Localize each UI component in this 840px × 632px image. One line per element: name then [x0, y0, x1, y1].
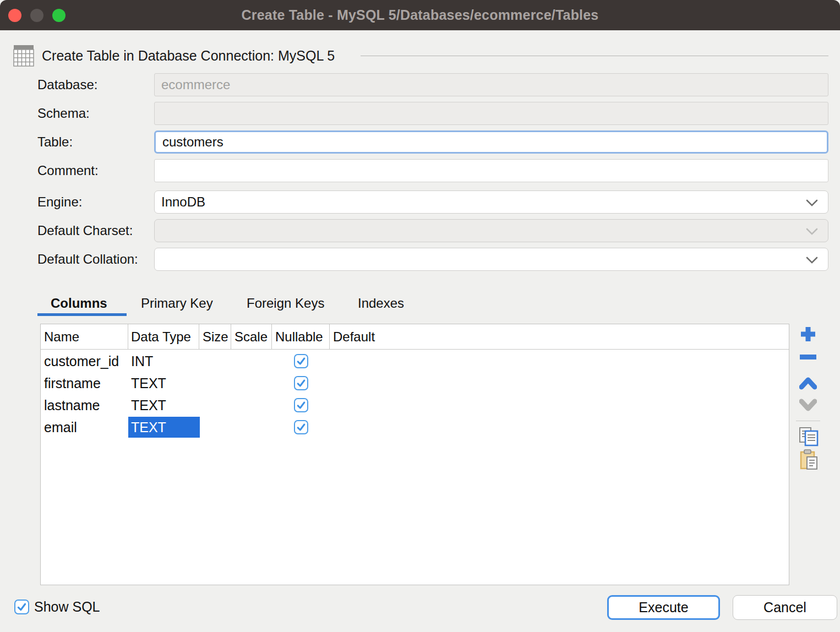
table-name-input[interactable] [154, 130, 828, 154]
column-divider [271, 324, 272, 350]
execute-button[interactable]: Execute [607, 595, 720, 620]
nullable-checkbox[interactable] [294, 354, 308, 368]
collation-dropdown[interactable] [154, 248, 828, 271]
close-window-icon[interactable] [8, 9, 21, 22]
column-divider [329, 324, 330, 350]
table-label: Table: [37, 130, 73, 154]
tab-columns[interactable]: Columns [51, 293, 107, 314]
group-title: Create Table in Database Connection: MyS… [42, 48, 335, 64]
nullable-checkbox[interactable] [294, 398, 308, 412]
chevron-down-icon [806, 191, 818, 213]
add-column-icon[interactable] [800, 326, 816, 342]
chevron-down-icon [806, 220, 818, 242]
toolbar-divider [796, 421, 820, 421]
cell-name[interactable]: customer_id [44, 350, 119, 372]
table-row[interactable]: email TEXT [41, 416, 789, 438]
cell-data-type-selected[interactable]: TEXT [128, 417, 200, 438]
collation-label: Default Collation: [37, 248, 138, 271]
table-row[interactable]: customer_id INT [41, 350, 789, 372]
cell-name[interactable]: email [44, 416, 77, 438]
table-row[interactable]: firstname TEXT [41, 372, 789, 394]
table-row[interactable]: lastname TEXT [41, 394, 789, 416]
column-divider [199, 324, 199, 350]
create-table-dialog: Create Table - MySQL 5/Databases/ecommer… [0, 0, 840, 632]
group-divider [361, 56, 828, 56]
table-grid-icon [13, 45, 34, 69]
cell-data-type[interactable]: INT [131, 350, 153, 372]
column-divider [128, 324, 128, 350]
window-title: Create Table - MySQL 5/Databases/ecommer… [242, 7, 599, 23]
grid-header-row: Name Data Type Size Scale Nullable Defau… [41, 324, 789, 350]
comment-input[interactable] [154, 159, 828, 182]
cancel-button[interactable]: Cancel [733, 595, 837, 620]
show-sql-label: Show SQL [34, 600, 100, 614]
tab-primary-key[interactable]: Primary Key [141, 293, 213, 314]
engine-dropdown[interactable]: InnoDB [154, 190, 828, 214]
minimize-window-icon [30, 9, 43, 22]
cell-data-type[interactable]: TEXT [131, 394, 166, 416]
schema-field [154, 102, 828, 125]
remove-column-icon[interactable] [800, 355, 816, 359]
copy-icon[interactable] [799, 427, 819, 446]
header-nullable[interactable]: Nullable [275, 324, 323, 350]
zoom-window-icon[interactable] [52, 9, 66, 22]
titlebar: Create Table - MySQL 5/Databases/ecommer… [0, 0, 840, 30]
paste-icon[interactable] [800, 449, 819, 470]
header-name[interactable]: Name [44, 324, 79, 350]
database-field [154, 73, 828, 96]
engine-label: Engine: [37, 190, 82, 214]
show-sql-checkbox[interactable] [14, 600, 29, 614]
column-divider [231, 324, 231, 350]
move-down-icon [799, 398, 817, 413]
header-scale[interactable]: Scale [234, 324, 268, 350]
columns-grid: Name Data Type Size Scale Nullable Defau… [40, 324, 789, 585]
header-size[interactable]: Size [203, 324, 228, 350]
charset-label: Default Charset: [37, 219, 133, 242]
nullable-checkbox[interactable] [294, 420, 308, 434]
cell-name[interactable]: firstname [44, 372, 101, 394]
tab-indexes[interactable]: Indexes [358, 293, 404, 314]
database-label: Database: [37, 73, 97, 96]
engine-value: InnoDB [161, 191, 205, 213]
comment-label: Comment: [37, 159, 99, 182]
header-default[interactable]: Default [333, 324, 375, 350]
nullable-checkbox[interactable] [294, 376, 308, 390]
schema-label: Schema: [37, 102, 90, 125]
header-data-type[interactable]: Data Type [131, 324, 191, 350]
cell-name[interactable]: lastname [44, 394, 100, 416]
cell-data-type[interactable]: TEXT [131, 372, 166, 394]
active-tab-indicator [37, 313, 127, 316]
move-up-icon[interactable] [799, 375, 817, 390]
tab-foreign-keys[interactable]: Foreign Keys [247, 293, 324, 314]
chevron-down-icon [806, 248, 818, 270]
charset-dropdown [154, 219, 828, 242]
